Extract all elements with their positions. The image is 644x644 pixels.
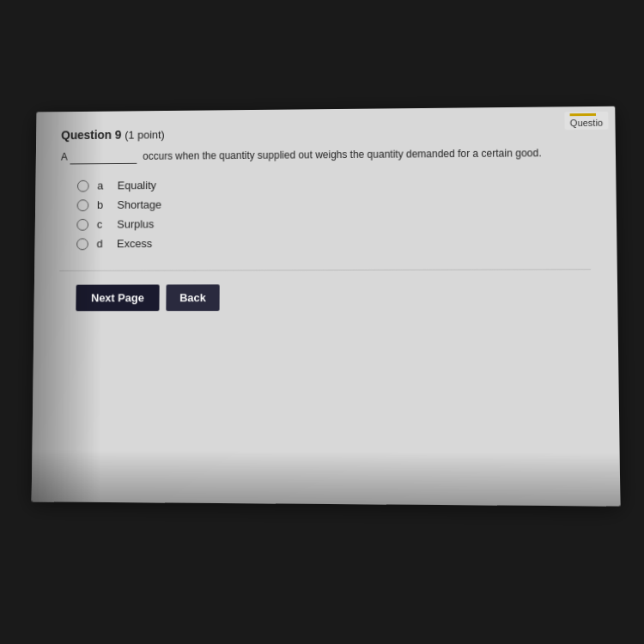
question-title: Question 9 (1 point) bbox=[61, 124, 589, 142]
content-area: Question 9 (1 point) A occurs when the q… bbox=[33, 106, 617, 328]
option-letter-c: c bbox=[97, 218, 107, 231]
question-prefix: A bbox=[61, 151, 67, 163]
question-number: Question 9 bbox=[61, 128, 121, 142]
option-a[interactable]: a Equality bbox=[77, 176, 590, 192]
question-text: A occurs when the quantity supplied out … bbox=[61, 144, 590, 165]
shadow-bottom bbox=[32, 450, 621, 506]
option-b[interactable]: b Shortage bbox=[77, 196, 591, 211]
option-c[interactable]: c Surplus bbox=[76, 216, 590, 231]
buttons-row: Next Page Back bbox=[76, 283, 591, 311]
option-letter-a: a bbox=[97, 179, 107, 192]
option-text-b: Shortage bbox=[117, 198, 161, 211]
back-button[interactable]: Back bbox=[166, 284, 219, 311]
radio-c[interactable] bbox=[76, 218, 88, 230]
screen-frame: Questio Question 9 (1 point) A occurs wh… bbox=[32, 106, 621, 507]
question-suffix: occurs when the quantity supplied out we… bbox=[143, 147, 541, 162]
question-point: (1 point) bbox=[125, 129, 165, 142]
option-text-d: Excess bbox=[117, 237, 152, 250]
option-text-c: Surplus bbox=[117, 217, 154, 230]
radio-a[interactable] bbox=[77, 179, 89, 191]
question-blank bbox=[70, 148, 137, 164]
radio-d[interactable] bbox=[76, 238, 88, 250]
radio-b[interactable] bbox=[77, 199, 89, 211]
option-d[interactable]: d Excess bbox=[76, 235, 591, 250]
option-text-a: Equality bbox=[118, 179, 156, 191]
option-letter-d: d bbox=[97, 237, 107, 250]
options-list: a Equality b Shortage c Surplus d Excess bbox=[76, 176, 591, 250]
next-page-button[interactable]: Next Page bbox=[76, 284, 159, 311]
option-letter-b: b bbox=[97, 198, 107, 211]
divider bbox=[59, 269, 591, 271]
